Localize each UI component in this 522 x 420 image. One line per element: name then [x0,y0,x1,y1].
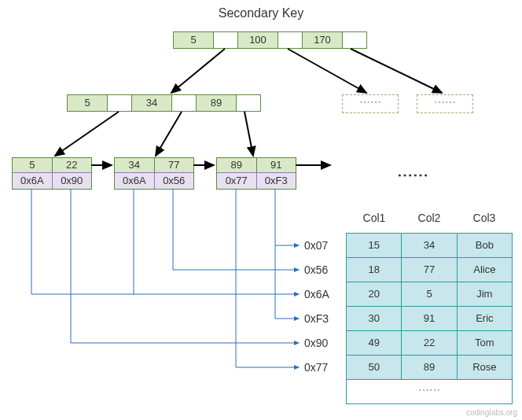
leaf-key: 89 [217,158,257,172]
leaf-ptr: 0x56 [155,173,194,189]
data-table: Col1 Col2 Col3 15 34 Bob 18 77 Alice 20 … [346,233,513,404]
table-row: 20 5 Jim [347,282,512,307]
ghost-node-1: ⋯⋯ [417,94,473,113]
col-header: Col1 [347,212,402,224]
internal-key-2: 89 [197,95,237,111]
root-ptr-1 [278,32,303,48]
addr-label: 0x07 [304,239,328,252]
addr-label: 0xF3 [304,312,329,325]
cell: Rose [458,356,512,379]
col-header: Col3 [457,212,512,224]
cell: 15 [347,234,402,257]
leaf-ptr: 0x77 [217,173,257,189]
watermark: codinglabs.org [466,408,517,417]
internal-ptr-0 [108,95,132,111]
table-row: 30 91 Eric [347,307,512,331]
svg-line-3 [55,112,119,156]
internal-ptr-1 [172,95,197,111]
leaf-key: 77 [155,158,194,172]
root-ptr-2 [343,32,366,48]
leaf-ellipsis: ⋯⋯ [397,165,428,184]
leaf-node-2: 89 91 0x77 0xF3 [216,157,296,190]
leaf-ptr: 0x6A [115,173,155,189]
cell: 49 [347,331,402,355]
addr-label: 0x56 [304,263,328,276]
internal-ptr-2 [237,95,260,111]
internal-node: 5 34 89 [67,94,261,112]
cell: 20 [347,282,402,306]
svg-line-4 [156,112,182,156]
table-row: 15 34 Bob [347,234,512,258]
leaf-node-0: 5 22 0x6A 0x90 [12,157,92,190]
root-key-1: 100 [238,32,278,48]
cell: 34 [402,234,457,257]
cell: 50 [347,356,402,379]
leaf-ptr: 0x90 [53,173,92,189]
leaf-key: 5 [13,158,53,172]
cell: Jim [458,282,512,306]
cell: Alice [458,258,512,282]
addr-label: 0x90 [304,337,328,349]
svg-line-0 [171,49,225,93]
cell: 22 [402,331,457,355]
svg-line-5 [244,112,253,156]
cell: 89 [402,356,457,379]
svg-line-2 [351,49,442,93]
table-ellipsis: ⋯⋯ [347,380,512,403]
ghost-node-0: ⋯⋯ [342,94,399,113]
cell: 91 [402,307,457,330]
root-node: 5 100 170 [173,31,367,49]
table-header: Col1 Col2 Col3 [347,212,512,224]
cell: 30 [347,307,402,330]
internal-key-1: 34 [132,95,172,111]
leaf-key: 91 [257,158,296,172]
diagram-title: Secondary Key [0,6,522,20]
root-key-2: 170 [303,32,343,48]
svg-line-1 [288,49,366,93]
internal-key-0: 5 [68,95,108,111]
cell: 18 [347,258,402,282]
addr-label: 0x77 [304,361,328,374]
leaf-ptr: 0xF3 [257,173,296,189]
leaf-key: 34 [115,158,155,172]
table-row: 50 89 Rose [347,356,512,380]
cell: Tom [458,331,512,355]
addr-label: 0x6A [304,288,329,300]
leaf-ptr: 0x6A [13,173,53,189]
leaf-key: 22 [53,158,92,172]
cell: 5 [402,282,457,306]
cell: Eric [458,307,512,330]
table-row: 49 22 Tom [347,331,512,356]
table-row: 18 77 Alice [347,258,512,282]
leaf-node-1: 34 77 0x6A 0x56 [114,157,194,190]
col-header: Col2 [402,212,457,224]
cell: Bob [458,234,512,257]
root-ptr-0 [214,32,238,48]
cell: 77 [402,258,457,282]
root-key-0: 5 [174,32,214,48]
